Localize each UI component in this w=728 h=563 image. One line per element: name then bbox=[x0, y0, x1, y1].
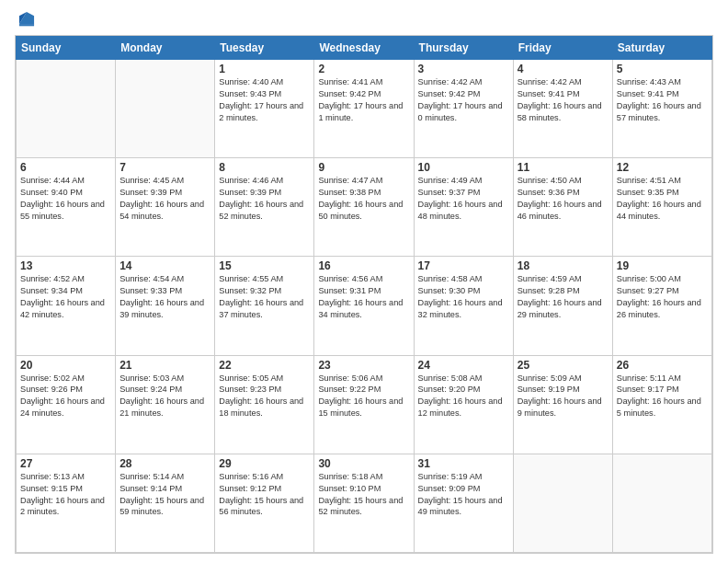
calendar-cell: 4Sunrise: 4:42 AMSunset: 9:41 PMDaylight… bbox=[513, 60, 612, 158]
week-row-3: 20Sunrise: 5:02 AMSunset: 9:26 PMDayligh… bbox=[17, 355, 712, 454]
weekday-header-monday: Monday bbox=[116, 37, 215, 60]
week-row-1: 6Sunrise: 4:44 AMSunset: 9:40 PMDaylight… bbox=[17, 158, 712, 257]
calendar-cell: 26Sunrise: 5:11 AMSunset: 9:17 PMDayligh… bbox=[612, 355, 711, 454]
day-info: Sunrise: 4:52 AMSunset: 9:34 PMDaylight:… bbox=[20, 273, 111, 321]
calendar-body: 1Sunrise: 4:40 AMSunset: 9:43 PMDaylight… bbox=[17, 60, 712, 553]
day-info: Sunrise: 5:16 AMSunset: 9:12 PMDaylight:… bbox=[219, 471, 310, 519]
day-info: Sunrise: 5:06 AMSunset: 9:22 PMDaylight:… bbox=[318, 373, 409, 420]
day-info: Sunrise: 4:58 AMSunset: 9:30 PMDaylight:… bbox=[418, 273, 509, 321]
day-number: 13 bbox=[20, 259, 111, 272]
logo-icon bbox=[17, 9, 37, 29]
day-info: Sunrise: 4:42 AMSunset: 9:41 PMDaylight:… bbox=[518, 76, 609, 124]
day-number: 27 bbox=[20, 457, 111, 470]
day-number: 19 bbox=[617, 259, 708, 272]
day-info: Sunrise: 5:03 AMSunset: 9:24 PMDaylight:… bbox=[119, 373, 210, 420]
day-info: Sunrise: 4:47 AMSunset: 9:38 PMDaylight:… bbox=[318, 175, 409, 223]
day-info: Sunrise: 4:56 AMSunset: 9:31 PMDaylight:… bbox=[318, 273, 409, 321]
day-info: Sunrise: 4:40 AMSunset: 9:43 PMDaylight:… bbox=[219, 76, 310, 124]
day-number: 15 bbox=[219, 259, 310, 272]
weekday-header-wednesday: Wednesday bbox=[314, 37, 414, 60]
calendar-cell: 18Sunrise: 4:59 AMSunset: 9:28 PMDayligh… bbox=[513, 257, 612, 355]
calendar-cell: 29Sunrise: 5:16 AMSunset: 9:12 PMDayligh… bbox=[215, 454, 314, 552]
calendar-cell: 14Sunrise: 4:54 AMSunset: 9:33 PMDayligh… bbox=[116, 257, 215, 355]
day-number: 28 bbox=[119, 457, 210, 470]
calendar-cell bbox=[116, 60, 215, 158]
calendar-table: SundayMondayTuesdayWednesdayThursdayFrid… bbox=[16, 36, 712, 553]
day-info: Sunrise: 4:54 AMSunset: 9:33 PMDaylight:… bbox=[119, 273, 210, 321]
calendar-cell: 22Sunrise: 5:05 AMSunset: 9:23 PMDayligh… bbox=[215, 355, 314, 454]
day-number: 11 bbox=[518, 161, 609, 174]
calendar-cell: 28Sunrise: 5:14 AMSunset: 9:14 PMDayligh… bbox=[116, 454, 215, 552]
calendar-cell: 17Sunrise: 4:58 AMSunset: 9:30 PMDayligh… bbox=[414, 257, 513, 355]
weekday-header-row: SundayMondayTuesdayWednesdayThursdayFrid… bbox=[17, 37, 712, 60]
calendar-cell: 19Sunrise: 5:00 AMSunset: 9:27 PMDayligh… bbox=[612, 257, 711, 355]
calendar-cell: 24Sunrise: 5:08 AMSunset: 9:20 PMDayligh… bbox=[414, 355, 513, 454]
day-info: Sunrise: 5:02 AMSunset: 9:26 PMDaylight:… bbox=[20, 373, 111, 420]
day-info: Sunrise: 5:13 AMSunset: 9:15 PMDaylight:… bbox=[20, 471, 111, 519]
day-info: Sunrise: 4:59 AMSunset: 9:28 PMDaylight:… bbox=[518, 273, 609, 321]
day-number: 16 bbox=[318, 259, 409, 272]
calendar-cell: 16Sunrise: 4:56 AMSunset: 9:31 PMDayligh… bbox=[314, 257, 414, 355]
day-number: 8 bbox=[219, 161, 310, 174]
calendar-cell: 27Sunrise: 5:13 AMSunset: 9:15 PMDayligh… bbox=[17, 454, 116, 552]
day-info: Sunrise: 4:41 AMSunset: 9:42 PMDaylight:… bbox=[318, 76, 409, 124]
day-number: 3 bbox=[418, 63, 509, 75]
day-number: 26 bbox=[617, 359, 708, 372]
calendar-cell: 6Sunrise: 4:44 AMSunset: 9:40 PMDaylight… bbox=[17, 158, 116, 257]
day-number: 6 bbox=[20, 161, 111, 174]
day-info: Sunrise: 5:05 AMSunset: 9:23 PMDaylight:… bbox=[219, 373, 310, 420]
day-number: 10 bbox=[418, 161, 509, 174]
weekday-header-thursday: Thursday bbox=[414, 37, 513, 60]
day-number: 1 bbox=[219, 63, 310, 75]
calendar-cell: 15Sunrise: 4:55 AMSunset: 9:32 PMDayligh… bbox=[215, 257, 314, 355]
day-info: Sunrise: 4:45 AMSunset: 9:39 PMDaylight:… bbox=[119, 175, 210, 223]
day-number: 31 bbox=[418, 457, 509, 470]
day-info: Sunrise: 5:14 AMSunset: 9:14 PMDaylight:… bbox=[119, 471, 210, 519]
calendar: SundayMondayTuesdayWednesdayThursdayFrid… bbox=[15, 35, 713, 554]
day-number: 5 bbox=[617, 63, 708, 75]
calendar-cell bbox=[17, 60, 116, 158]
calendar-cell: 12Sunrise: 4:51 AMSunset: 9:35 PMDayligh… bbox=[612, 158, 711, 257]
day-info: Sunrise: 4:55 AMSunset: 9:32 PMDaylight:… bbox=[219, 273, 310, 321]
day-info: Sunrise: 4:46 AMSunset: 9:39 PMDaylight:… bbox=[219, 175, 310, 223]
day-number: 12 bbox=[617, 161, 708, 174]
calendar-cell: 13Sunrise: 4:52 AMSunset: 9:34 PMDayligh… bbox=[17, 257, 116, 355]
day-info: Sunrise: 5:09 AMSunset: 9:19 PMDaylight:… bbox=[518, 373, 609, 420]
day-info: Sunrise: 4:50 AMSunset: 9:36 PMDaylight:… bbox=[518, 175, 609, 223]
day-info: Sunrise: 4:51 AMSunset: 9:35 PMDaylight:… bbox=[617, 175, 708, 223]
calendar-cell: 10Sunrise: 4:49 AMSunset: 9:37 PMDayligh… bbox=[414, 158, 513, 257]
day-info: Sunrise: 4:44 AMSunset: 9:40 PMDaylight:… bbox=[20, 175, 111, 223]
calendar-header: SundayMondayTuesdayWednesdayThursdayFrid… bbox=[17, 37, 712, 60]
weekday-header-friday: Friday bbox=[513, 37, 612, 60]
day-number: 4 bbox=[518, 63, 609, 75]
day-number: 24 bbox=[418, 359, 509, 372]
day-info: Sunrise: 4:43 AMSunset: 9:41 PMDaylight:… bbox=[617, 76, 708, 124]
day-number: 7 bbox=[119, 161, 210, 174]
calendar-cell bbox=[513, 454, 612, 552]
day-info: Sunrise: 5:08 AMSunset: 9:20 PMDaylight:… bbox=[418, 373, 509, 420]
calendar-cell: 8Sunrise: 4:46 AMSunset: 9:39 PMDaylight… bbox=[215, 158, 314, 257]
day-info: Sunrise: 4:49 AMSunset: 9:37 PMDaylight:… bbox=[418, 175, 509, 223]
calendar-cell: 11Sunrise: 4:50 AMSunset: 9:36 PMDayligh… bbox=[513, 158, 612, 257]
day-number: 30 bbox=[318, 457, 409, 470]
day-number: 22 bbox=[219, 359, 310, 372]
svg-rect-2 bbox=[19, 24, 34, 26]
logo bbox=[15, 9, 39, 29]
calendar-cell: 3Sunrise: 4:42 AMSunset: 9:42 PMDaylight… bbox=[414, 60, 513, 158]
calendar-cell: 30Sunrise: 5:18 AMSunset: 9:10 PMDayligh… bbox=[314, 454, 414, 552]
day-number: 21 bbox=[119, 359, 210, 372]
calendar-cell: 20Sunrise: 5:02 AMSunset: 9:26 PMDayligh… bbox=[17, 355, 116, 454]
calendar-cell: 2Sunrise: 4:41 AMSunset: 9:42 PMDaylight… bbox=[314, 60, 414, 158]
weekday-header-saturday: Saturday bbox=[612, 37, 711, 60]
day-number: 2 bbox=[318, 63, 409, 75]
day-number: 18 bbox=[518, 259, 609, 272]
day-info: Sunrise: 4:42 AMSunset: 9:42 PMDaylight:… bbox=[418, 76, 509, 124]
calendar-cell: 7Sunrise: 4:45 AMSunset: 9:39 PMDaylight… bbox=[116, 158, 215, 257]
day-number: 14 bbox=[119, 259, 210, 272]
week-row-0: 1Sunrise: 4:40 AMSunset: 9:43 PMDaylight… bbox=[17, 60, 712, 158]
weekday-header-sunday: Sunday bbox=[17, 37, 116, 60]
day-number: 23 bbox=[318, 359, 409, 372]
page: SundayMondayTuesdayWednesdayThursdayFrid… bbox=[0, 0, 728, 563]
calendar-cell: 31Sunrise: 5:19 AMSunset: 9:09 PMDayligh… bbox=[414, 454, 513, 552]
day-number: 25 bbox=[518, 359, 609, 372]
